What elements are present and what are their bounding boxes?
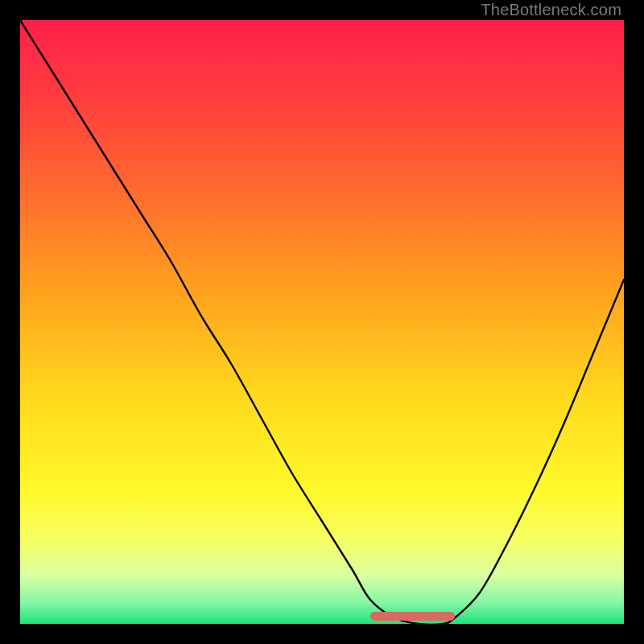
- watermark-text: TheBottleneck.com: [481, 1, 621, 19]
- chart-frame: TheBottleneck.com: [0, 0, 644, 644]
- bottleneck-curve: [20, 20, 624, 624]
- minimum-range-marker: [370, 612, 455, 621]
- plot-area: [20, 20, 624, 624]
